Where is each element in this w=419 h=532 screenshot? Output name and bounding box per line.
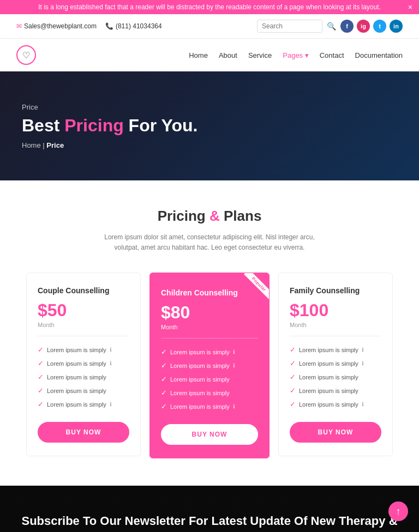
newsletter-section: Subscribe To Our Newsletter For Latest U… <box>0 486 419 532</box>
pricing-section: Pricing & Plans Lorem ipsum dolor sit am… <box>0 180 419 486</box>
pricing-card-couple: Couple Counselling $50 Month ✓ Lorem ips… <box>26 273 141 456</box>
breadcrumb-home[interactable]: Home <box>22 141 41 149</box>
feature-item: ✓ Lorem ipsum is simply <box>38 370 129 384</box>
phone-contact: 📞 (811) 41034364 <box>105 22 162 30</box>
check-icon: ✓ <box>290 346 296 354</box>
check-icon: ✓ <box>290 400 296 408</box>
header-social: f ig t in <box>340 20 403 33</box>
check-icon: ✓ <box>38 359 44 367</box>
breadcrumb: Home | Price <box>22 141 397 149</box>
card-title-couple: Couple Counselling <box>38 286 129 295</box>
feature-item: ✓ Lorem ipsum is simply ℹ <box>38 397 129 411</box>
nav-pages[interactable]: Pages ▾ <box>283 51 308 59</box>
hero-section: Price Best Pricing For You. Home | Price <box>0 71 419 180</box>
feature-item: ✓ Lorem ipsum is simply <box>38 384 129 397</box>
feature-item: ✓ Lorem ipsum is simply ℹ <box>38 343 129 356</box>
feature-item: ✓ Lorem ipsum is simply ℹ <box>161 345 258 359</box>
check-icon: ✓ <box>161 402 167 410</box>
check-icon: ✓ <box>38 346 44 354</box>
pricing-cards: Couple Counselling $50 Month ✓ Lorem ips… <box>16 273 403 458</box>
hero-title-pink: Pricing <box>64 116 123 135</box>
breadcrumb-separator: | <box>43 141 44 149</box>
logo-icon: ♡ <box>16 45 36 65</box>
feature-item: ✓ Lorem ipsum is simply <box>290 384 381 397</box>
search-input[interactable] <box>257 20 322 33</box>
facebook-icon[interactable]: f <box>340 20 354 33</box>
check-icon: ✓ <box>38 373 44 381</box>
check-icon: ✓ <box>38 386 44 395</box>
header-search-area: 🔍 f ig t in <box>257 20 403 33</box>
phone-icon: 📞 <box>105 22 113 30</box>
navigation: ♡ Home About Service Pages ▾ Contact Doc… <box>0 39 419 71</box>
buy-now-button-family[interactable]: BUY NOW <box>290 422 381 443</box>
pricing-title: Pricing & Plans <box>16 208 403 225</box>
feature-item: ✓ Lorem ipsum is simply <box>161 386 258 400</box>
feature-list-family: ✓ Lorem ipsum is simply ℹ ✓ Lorem ipsum … <box>290 343 381 411</box>
feature-item: ✓ Lorem ipsum is simply ℹ <box>161 359 258 372</box>
feature-item: ✓ Lorem ipsum is simply ℹ <box>161 400 258 413</box>
pricing-card-children: Popular Children Counselling $80 Month ✓… <box>149 273 270 458</box>
pricing-card-family: Family Counselling $100 Month ✓ Lorem ip… <box>278 273 393 456</box>
nav-home[interactable]: Home <box>189 51 208 59</box>
card-period-family: Month <box>290 322 381 328</box>
check-icon: ✓ <box>290 373 296 381</box>
feature-list-children: ✓ Lorem ipsum is simply ℹ ✓ Lorem ipsum … <box>161 345 258 413</box>
card-title-family: Family Counselling <box>290 286 381 295</box>
nav-documentation[interactable]: Documentation <box>355 51 403 59</box>
check-icon: ✓ <box>161 389 167 397</box>
hero-title: Best Pricing For You. <box>22 116 397 136</box>
card-period-couple: Month <box>38 322 129 328</box>
hero-title-start: Best <box>22 116 64 135</box>
logo[interactable]: ♡ <box>16 45 36 65</box>
top-banner: It is a long established fact that a rea… <box>0 0 419 14</box>
feature-item: ✓ Lorem ipsum is simply <box>161 372 258 386</box>
email-contact: ✉ Sales@thewebplant.com <box>16 22 97 30</box>
email-icon: ✉ <box>16 22 22 30</box>
breadcrumb-current: Price <box>46 141 64 149</box>
popular-label: Popular <box>244 273 269 299</box>
header-contact: ✉ Sales@thewebplant.com 📞 (811) 41034364 <box>16 22 162 30</box>
check-icon: ✓ <box>161 361 167 370</box>
linkedin-icon[interactable]: in <box>390 20 403 33</box>
phone-number: (811) 41034364 <box>116 22 162 30</box>
card-price-couple: $50 <box>38 300 129 321</box>
instagram-icon[interactable]: ig <box>357 20 370 33</box>
check-icon: ✓ <box>290 386 296 395</box>
feature-item: ✓ Lorem ipsum is simply ℹ <box>290 356 381 370</box>
popular-ribbon: Popular <box>236 273 269 306</box>
hero-label: Price <box>22 103 397 111</box>
search-icon[interactable]: 🔍 <box>327 22 336 31</box>
scroll-to-top-button[interactable]: ↑ <box>388 501 408 521</box>
nav-about[interactable]: About <box>219 51 237 59</box>
buy-now-button-children[interactable]: BUY NOW <box>161 424 258 445</box>
feature-item: ✓ Lorem ipsum is simply ℹ <box>290 397 381 411</box>
email-address: Sales@thewebplant.com <box>24 22 97 30</box>
nav-service[interactable]: Service <box>248 51 272 59</box>
pricing-title-end: Plans <box>220 208 262 224</box>
card-price-family: $100 <box>290 300 381 321</box>
feature-list-couple: ✓ Lorem ipsum is simply ℹ ✓ Lorem ipsum … <box>38 343 129 411</box>
feature-item: ✓ Lorem ipsum is simply ℹ <box>290 343 381 356</box>
pricing-title-pink: & <box>210 208 220 224</box>
pricing-title-start: Pricing <box>158 208 210 224</box>
hero-content: Price Best Pricing For You. Home | Price <box>22 103 397 149</box>
twitter-icon[interactable]: t <box>373 20 386 33</box>
nav-menu: Home About Service Pages ▾ Contact Docum… <box>189 51 403 59</box>
banner-text: It is a long established fact that a rea… <box>38 3 381 11</box>
pricing-description: Lorem ipsum dolor sit amet, consectetur … <box>95 232 324 253</box>
check-icon: ✓ <box>290 359 296 367</box>
nav-contact[interactable]: Contact <box>320 51 344 59</box>
check-icon: ✓ <box>161 348 167 356</box>
newsletter-title: Subscribe To Our Newsletter For Latest U… <box>16 513 403 532</box>
hero-title-end: For You. <box>124 116 198 135</box>
check-icon: ✓ <box>161 375 167 383</box>
banner-close[interactable]: × <box>408 3 412 11</box>
feature-item: ✓ Lorem ipsum is simply ℹ <box>38 356 129 370</box>
buy-now-button-couple[interactable]: BUY NOW <box>38 422 129 443</box>
card-period-children: Month <box>161 324 258 330</box>
header: ✉ Sales@thewebplant.com 📞 (811) 41034364… <box>0 14 419 39</box>
feature-item: ✓ Lorem ipsum is simply <box>290 370 381 384</box>
check-icon: ✓ <box>38 400 44 408</box>
